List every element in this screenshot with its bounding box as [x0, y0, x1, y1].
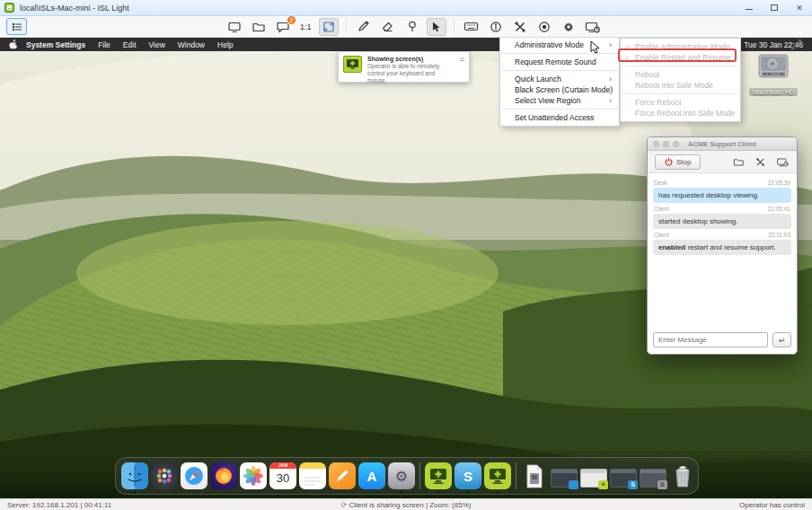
dock-item-isl-s-app[interactable]: S: [455, 462, 481, 489]
stop-button-label: Stop: [676, 158, 691, 166]
dock-minimized-window-1[interactable]: [551, 469, 578, 488]
erase-button[interactable]: [378, 18, 398, 36]
dock-item-notes[interactable]: [299, 462, 326, 489]
notification-title: Showing screen(s): [367, 56, 454, 62]
keyboard-button[interactable]: [462, 18, 481, 36]
dock-item-pages[interactable]: [329, 462, 356, 489]
submenu-arrow-icon: ›: [609, 96, 612, 105]
message-input[interactable]: [653, 332, 768, 347]
chat-message: has requested desktop viewing.: [653, 188, 791, 203]
laser-pointer-icon: [406, 20, 419, 33]
menu-separator: [622, 66, 739, 66]
session-list-button[interactable]: [6, 18, 27, 35]
chat-message-list[interactable]: Desk 22:05:39 has requested desktop view…: [648, 173, 797, 328]
chat-titlebar[interactable]: ACME Support Client: [648, 137, 797, 151]
chat-toolbar: Stop: [648, 151, 797, 173]
fit-screen-icon: [322, 21, 335, 33]
menu-item-request-remote-sound[interactable]: Request Remote Sound: [500, 57, 619, 67]
menubar-item-window[interactable]: Window: [178, 40, 205, 49]
apple-menu-icon[interactable]: [9, 40, 17, 49]
notes-icon: [303, 476, 322, 487]
info-button[interactable]: [486, 18, 506, 36]
red-highlight-annotation: [618, 48, 737, 62]
isl-s-icon: S: [463, 469, 472, 484]
running-indicator: [134, 491, 137, 494]
document-icon: [525, 464, 544, 488]
isl-light-window: local\ISLs-Mac-mini - ISL Light ✕: [0, 0, 812, 510]
isl-badge-icon: +: [598, 480, 608, 489]
zoom-traffic-light[interactable]: [673, 141, 679, 147]
minimize-button[interactable]: [737, 0, 762, 15]
dock-minimized-window-2[interactable]: +: [580, 469, 607, 488]
menubar-item-file[interactable]: File: [98, 40, 110, 49]
menubar-item-edit[interactable]: Edit: [123, 40, 137, 49]
message-time: 22:11:03: [768, 232, 790, 238]
dock-item-photos[interactable]: [240, 462, 267, 489]
isl-screen-icon: [488, 467, 508, 485]
record-icon: [538, 21, 551, 33]
dock-item-trash[interactable]: [669, 462, 696, 489]
zoom-ratio-button[interactable]: 1:1: [297, 22, 314, 31]
chat-message: started desktop showing.: [653, 214, 791, 229]
fit-screen-button[interactable]: [319, 18, 339, 36]
info-icon: [490, 21, 502, 33]
stop-button[interactable]: Stop: [655, 154, 701, 170]
settings-button[interactable]: [559, 18, 578, 36]
dock-item-firefox[interactable]: [210, 462, 237, 489]
chat-input-row: ↵: [648, 328, 797, 354]
send-button[interactable]: ↵: [772, 332, 791, 347]
gear-icon: [562, 21, 575, 33]
dock-item-isl-agent[interactable]: [425, 462, 452, 489]
file-transfer-button[interactable]: [249, 18, 269, 36]
menu-item-quick-launch[interactable]: Quick Launch ›: [500, 74, 619, 84]
submenu-arrow-icon: ›: [609, 75, 612, 84]
calendar-month: JAN: [269, 462, 296, 469]
chat-button[interactable]: 2: [273, 18, 293, 36]
close-traffic-light[interactable]: [653, 141, 659, 147]
notification-menu-icon[interactable]: ≡: [460, 56, 464, 78]
desktop-session-icon[interactable]: [776, 157, 790, 167]
desktop-icon-macintosh-hd[interactable]: Macintosh HD: [746, 54, 801, 98]
minimize-traffic-light[interactable]: [663, 141, 669, 147]
draw-button[interactable]: [354, 18, 374, 36]
menu-item-administrative-mode[interactable]: Administrative Mode ›: [500, 40, 619, 50]
dock-item-isl-agent-2[interactable]: [484, 462, 511, 489]
menu-item-black-screen[interactable]: Black Screen (Curtain Mode): [500, 84, 619, 95]
message-time: 22:05:39: [768, 180, 790, 186]
maximize-button[interactable]: [762, 0, 787, 15]
menubar-item-help[interactable]: Help: [217, 40, 233, 49]
dock-item-system-settings[interactable]: ⚙: [388, 462, 415, 489]
monitors-button[interactable]: [225, 18, 244, 36]
dock-item-safari[interactable]: [181, 462, 207, 489]
fullscreen-button[interactable]: [787, 36, 805, 52]
record-button[interactable]: [534, 18, 554, 36]
file-transfer-icon[interactable]: [733, 157, 745, 167]
dock-minimized-window-3[interactable]: S: [610, 469, 637, 488]
menu-item-select-view-region[interactable]: Select View Region ›: [500, 95, 619, 106]
close-button[interactable]: ✕: [787, 0, 812, 15]
laser-pointer-button[interactable]: [402, 18, 422, 36]
dock-item-launchpad[interactable]: [151, 462, 178, 489]
menu-item-set-unattended-access[interactable]: Set Unattended Access: [500, 112, 619, 123]
calendar-day: 30: [269, 469, 296, 488]
running-indicator: [401, 491, 403, 494]
menu-separator: [501, 53, 618, 54]
tools-button[interactable]: [510, 18, 530, 36]
dock-item-calendar[interactable]: JAN 30: [269, 462, 296, 489]
submenu-arrow-icon: ›: [609, 40, 612, 49]
dock-item-document[interactable]: [521, 462, 548, 489]
tools-icon[interactable]: [755, 157, 765, 167]
dock-minimized-window-4[interactable]: ⚙: [640, 469, 666, 488]
settings-gear-icon: ⚙: [395, 468, 408, 485]
pointer-button[interactable]: [427, 18, 446, 36]
dock-item-finder[interactable]: [121, 462, 148, 489]
dock-item-app-store[interactable]: A: [358, 462, 385, 489]
menubar-item-view[interactable]: View: [149, 40, 165, 49]
session-status: ⟳ Client is sharing screen | Zoom: (85%): [0, 501, 812, 509]
unattended-session-button[interactable]: [583, 18, 603, 36]
submenu-item-reboot: Reboot: [621, 69, 740, 80]
menubar-item-system-settings[interactable]: System Settings: [26, 40, 85, 49]
settings-badge-icon: ⚙: [658, 480, 667, 489]
notification-body: Operator is able to remotely control you…: [367, 63, 454, 84]
list-icon: [11, 21, 23, 33]
